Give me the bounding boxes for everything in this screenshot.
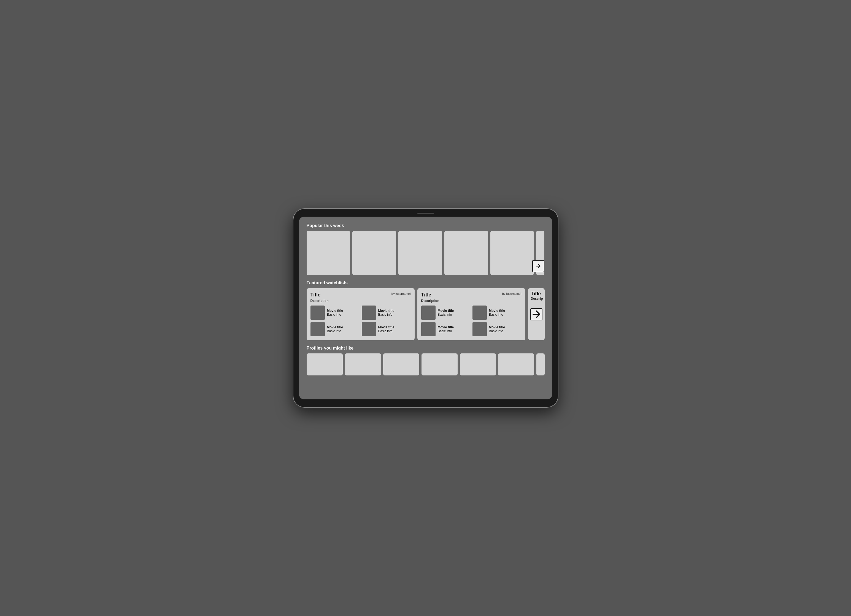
watchlist-next-button[interactable]: [530, 308, 543, 321]
movie-info-1-4: Movie title Basic info: [378, 325, 394, 333]
movie-thumb-1-2: [362, 306, 376, 320]
movie-thumb-1-3: [310, 322, 325, 336]
movie-title-1-2: Movie title: [378, 309, 394, 313]
profiles-row: [307, 354, 545, 375]
movie-info-1-3: Movie title Basic info: [327, 325, 343, 333]
profile-card-1[interactable]: [307, 354, 343, 375]
movie-basic-1-1: Basic info: [327, 313, 343, 316]
popular-title: Popular this week: [307, 223, 545, 228]
movie-info-2-4: Movie title Basic info: [489, 325, 505, 333]
arrow-right-icon-2: [531, 309, 542, 320]
popular-section: Popular this week: [307, 223, 545, 275]
tablet-screen: Popular this week Featu: [299, 217, 552, 399]
popular-row: [307, 231, 545, 275]
movie-basic-2-3: Basic info: [438, 329, 454, 333]
movie-title-1-4: Movie title: [378, 325, 394, 329]
profile-card-2[interactable]: [345, 354, 381, 375]
movie-item-1-1[interactable]: Movie title Basic info: [310, 306, 359, 320]
movie-thumb-2-3: [421, 322, 436, 336]
movie-info-1-1: Movie title Basic info: [327, 309, 343, 316]
popular-next-button[interactable]: [532, 260, 544, 272]
movie-title-1-3: Movie title: [327, 325, 343, 329]
watchlist-card-2-movies: Movie title Basic info Movie title Basic…: [421, 306, 522, 336]
watchlist-partial-title: Title: [531, 291, 542, 297]
watchlist-card-1-header: Title by [username]: [310, 292, 411, 298]
profile-card-3[interactable]: [383, 354, 419, 375]
movie-basic-1-4: Basic info: [378, 329, 394, 333]
movie-item-2-2[interactable]: Movie title Basic info: [472, 306, 522, 320]
popular-card-3[interactable]: [398, 231, 442, 275]
movie-info-2-3: Movie title Basic info: [438, 325, 454, 333]
popular-card-5[interactable]: [490, 231, 534, 275]
watchlist-row: Title by [username] Description Movie ti…: [307, 288, 545, 340]
movie-basic-1-2: Basic info: [378, 313, 394, 316]
movie-thumb-2-2: [472, 306, 487, 320]
profiles-title: Profiles you might like: [307, 346, 545, 351]
watchlists-section: Featured watchlists Title by [username] …: [307, 280, 545, 340]
profile-card-partial: [537, 354, 545, 375]
profile-card-6[interactable]: [498, 354, 534, 375]
watchlist-card-1-desc: Description: [310, 299, 411, 303]
movie-info-1-2: Movie title Basic info: [378, 309, 394, 316]
movie-basic-2-4: Basic info: [489, 329, 505, 333]
movie-thumb-2-4: [472, 322, 487, 336]
movie-item-2-3[interactable]: Movie title Basic info: [421, 322, 470, 336]
watchlist-card-1-movies: Movie title Basic info Movie title Basic…: [310, 306, 411, 336]
movie-title-2-3: Movie title: [438, 325, 454, 329]
movie-thumb-1-1: [310, 306, 325, 320]
movie-thumb-1-4: [362, 322, 376, 336]
movie-item-1-3[interactable]: Movie title Basic info: [310, 322, 359, 336]
movie-item-2-1[interactable]: Movie title Basic info: [421, 306, 470, 320]
movie-info-2-1: Movie title Basic info: [438, 309, 454, 316]
watchlist-card-partial: Title Descrip: [528, 288, 545, 340]
profiles-section: Profiles you might like: [307, 346, 545, 375]
movie-title-2-4: Movie title: [489, 325, 505, 329]
watchlist-card-1-by: by [username]: [391, 292, 411, 295]
movie-title-2-2: Movie title: [489, 309, 505, 313]
watchlist-card-2[interactable]: Title by [username] Description Movie ti…: [417, 288, 525, 340]
movie-title-1-1: Movie title: [327, 309, 343, 313]
profile-card-4[interactable]: [421, 354, 458, 375]
movie-info-2-2: Movie title Basic info: [489, 309, 505, 316]
tablet-shell: Popular this week Featu: [293, 209, 558, 407]
movie-item-1-2[interactable]: Movie title Basic info: [362, 306, 411, 320]
popular-card-partial: [536, 231, 544, 275]
movie-basic-2-2: Basic info: [489, 313, 505, 316]
watchlists-title: Featured watchlists: [307, 280, 545, 285]
popular-card-4[interactable]: [444, 231, 488, 275]
movie-basic-2-1: Basic info: [438, 313, 454, 316]
watchlist-card-1[interactable]: Title by [username] Description Movie ti…: [307, 288, 415, 340]
popular-card-1[interactable]: [307, 231, 350, 275]
movie-item-2-4[interactable]: Movie title Basic info: [472, 322, 522, 336]
watchlist-card-2-title: Title: [421, 292, 432, 298]
watchlist-card-1-title: Title: [310, 292, 321, 298]
watchlist-card-2-by: by [username]: [502, 292, 522, 295]
movie-title-2-1: Movie title: [438, 309, 454, 313]
watchlist-partial-desc: Descrip: [531, 297, 542, 301]
movie-item-1-4[interactable]: Movie title Basic info: [362, 322, 411, 336]
movie-thumb-2-1: [421, 306, 436, 320]
profile-card-5[interactable]: [460, 354, 496, 375]
arrow-right-icon: [535, 263, 541, 269]
watchlist-card-2-desc: Description: [421, 299, 522, 303]
watchlist-card-2-header: Title by [username]: [421, 292, 522, 298]
movie-basic-1-3: Basic info: [327, 329, 343, 333]
popular-card-2[interactable]: [352, 231, 396, 275]
